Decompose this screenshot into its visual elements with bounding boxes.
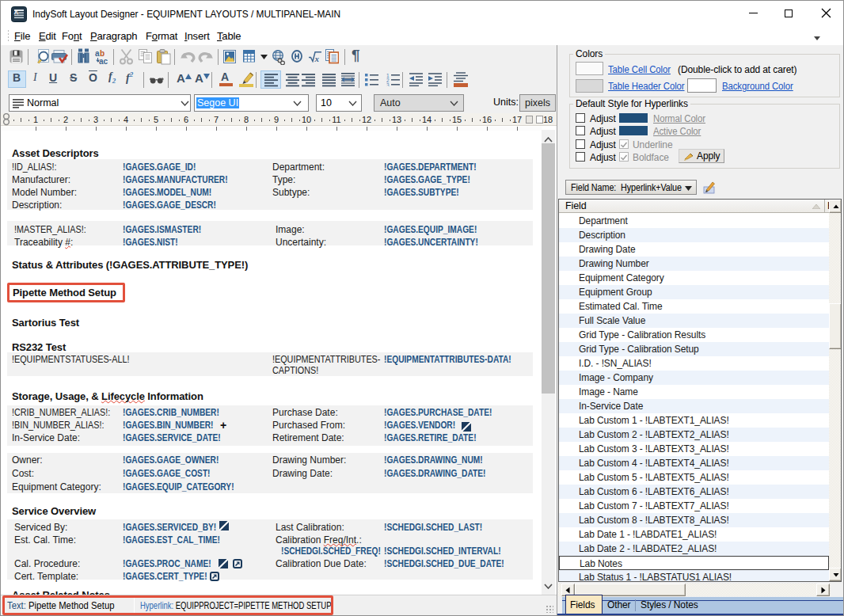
- svg-text:A: A: [14, 9, 19, 16]
- svg-text:ac: ac: [99, 57, 108, 65]
- svg-text:3: 3: [386, 82, 390, 87]
- svg-text:x: x: [314, 54, 320, 63]
